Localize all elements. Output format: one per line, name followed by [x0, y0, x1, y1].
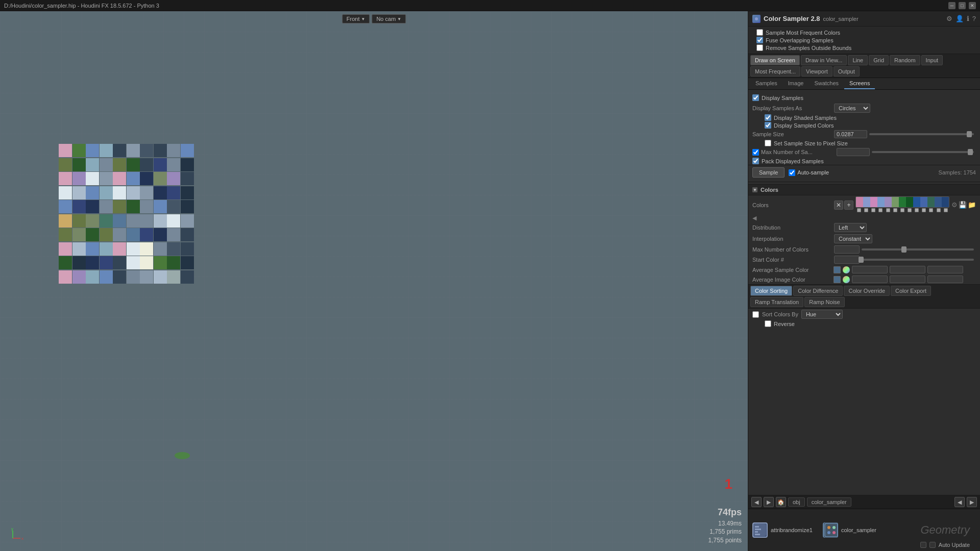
display-samples-checkbox[interactable] — [752, 94, 759, 101]
view-front-button[interactable]: Front ▼ — [342, 14, 370, 23]
colors-section-title: Colors — [761, 187, 778, 193]
user-icon[interactable]: 👤 — [955, 15, 964, 22]
camera-button[interactable]: No cam ▼ — [372, 14, 406, 23]
avg-image-color-swatch[interactable] — [834, 276, 841, 283]
set-sample-size-checkbox[interactable] — [765, 140, 771, 146]
home-button[interactable]: 🏠 — [776, 497, 786, 507]
avg-sample-color-swatch[interactable] — [834, 266, 841, 273]
tab-viewport[interactable]: Viewport — [801, 66, 832, 77]
max-samples-checkbox[interactable] — [752, 149, 759, 156]
remove-color-btn[interactable]: ✕ — [834, 201, 843, 210]
avg-image-b[interactable]: 0.404255 — [927, 276, 963, 283]
ramp-stop[interactable] — [864, 208, 868, 212]
fuse-overlapping-checkbox[interactable] — [756, 37, 763, 43]
ramp-stop[interactable] — [929, 208, 933, 212]
settings-icon[interactable]: ⚙ — [951, 201, 958, 209]
gear-icon[interactable]: ⚙ — [946, 15, 952, 22]
color-ramp[interactable] — [855, 196, 949, 208]
close-button[interactable]: ✕ — [969, 2, 976, 9]
nav-left-icon[interactable]: ◀ — [954, 497, 965, 507]
sample-size-input[interactable] — [834, 130, 867, 138]
node-color-sampler[interactable]: color_sampler — [823, 522, 876, 538]
sort-colors-select[interactable]: Hue Saturation Value — [801, 310, 843, 319]
display-shaded-checkbox[interactable] — [765, 114, 771, 121]
tab-random[interactable]: Random — [890, 55, 920, 65]
avg-image-g[interactable]: 0.306572 — [890, 276, 925, 283]
ramp-stop[interactable] — [878, 208, 883, 212]
add-color-btn[interactable]: + — [844, 201, 853, 210]
tab-draw-in-view[interactable]: Draw in View... — [801, 55, 847, 65]
tab-most-frequent[interactable]: Most Frequent... — [750, 66, 800, 77]
tab-line[interactable]: Line — [848, 55, 868, 65]
ramp-stop[interactable] — [857, 208, 861, 212]
tab-draw-on-screen[interactable]: Draw on Screen — [750, 55, 800, 65]
subtab-samples[interactable]: Samples — [750, 78, 782, 89]
reverse-checkbox[interactable] — [765, 320, 771, 327]
collapse-btn[interactable]: ▼ — [752, 187, 757, 192]
avg-image-r[interactable]: 0.28393 — [852, 276, 888, 283]
max-samples-input[interactable]: 1000000 — [837, 148, 870, 156]
auto-update-label[interactable]: Auto Update — [939, 542, 970, 548]
swatch-cell — [86, 214, 99, 228]
node-attribrandomize[interactable]: attribrandomize1 — [752, 522, 813, 538]
interpolation-select[interactable]: Constant Linear — [834, 234, 872, 243]
subtab-swatches[interactable]: Swatches — [809, 78, 844, 89]
path-obj[interactable]: obj — [788, 497, 805, 507]
tab-input[interactable]: Input — [921, 55, 943, 65]
tab-grid[interactable]: Grid — [869, 55, 889, 65]
tab-ramp-noise[interactable]: Ramp Noise — [804, 297, 845, 307]
load-ramp-icon[interactable]: 📁 — [968, 201, 976, 209]
max-colors-label: Max Number of Colors — [752, 246, 834, 253]
maximize-button[interactable]: □ — [959, 2, 966, 9]
minimize-button[interactable]: ─ — [948, 2, 955, 9]
ramp-stop[interactable] — [900, 208, 904, 212]
pack-displayed-checkbox[interactable] — [752, 158, 759, 164]
avg-sample-g[interactable]: 0.306588 — [890, 266, 925, 273]
help-icon[interactable]: ? — [972, 15, 976, 22]
tab-color-sorting[interactable]: Color Sorting — [750, 286, 792, 296]
avg-image-color-label: Average Image Color — [752, 277, 831, 283]
nav-right-icon[interactable]: ▶ — [967, 497, 977, 507]
avg-sample-b[interactable]: 0.40658 — [927, 266, 963, 273]
ramp-stop[interactable] — [893, 208, 897, 212]
info-icon[interactable]: ℹ — [967, 15, 969, 22]
tab-ramp-translation[interactable]: Ramp Translation — [750, 297, 803, 307]
subtab-image[interactable]: Image — [783, 78, 809, 89]
ramp-stop[interactable] — [886, 208, 890, 212]
sort-colors-checkbox[interactable] — [752, 311, 759, 318]
display-samples-as-select[interactable]: Circles Squares — [834, 104, 870, 113]
save-ramp-icon[interactable]: 💾 — [959, 201, 967, 209]
sample-button[interactable]: Sample — [752, 167, 785, 178]
distribution-select[interactable]: Left Center Right — [834, 223, 867, 232]
remove-outside-checkbox[interactable] — [756, 44, 763, 51]
ramp-stop[interactable] — [871, 208, 875, 212]
tab-color-export[interactable]: Color Export — [891, 286, 931, 296]
view-icon[interactable] — [929, 542, 936, 548]
ramp-stop[interactable] — [908, 208, 912, 212]
max-colors-input[interactable]: 17 — [834, 245, 860, 254]
tab-color-difference[interactable]: Color Difference — [793, 286, 843, 296]
display-sampled-colors-checkbox[interactable] — [765, 122, 771, 129]
avg-sample-color-picker[interactable] — [843, 266, 850, 273]
start-color-slider[interactable] — [862, 259, 974, 261]
start-color-input[interactable]: 0 — [834, 256, 860, 264]
ramp-left-arrow[interactable]: ◀ — [752, 215, 756, 221]
subtab-screens[interactable]: Screens — [844, 78, 875, 89]
ramp-stop[interactable] — [922, 208, 926, 212]
avg-image-color-picker[interactable] — [843, 276, 850, 283]
chat-icon[interactable] — [920, 542, 926, 548]
avg-sample-r[interactable]: 0.28375 — [852, 266, 888, 273]
back-button[interactable]: ◀ — [751, 497, 762, 507]
ramp-stop[interactable] — [915, 208, 919, 212]
ramp-stop[interactable] — [937, 208, 941, 212]
path-node[interactable]: color_sampler — [807, 497, 851, 507]
tab-color-override[interactable]: Color Override — [844, 286, 890, 296]
max-samples-slider[interactable] — [872, 151, 974, 153]
tab-output[interactable]: Output — [834, 66, 860, 77]
forward-button[interactable]: ▶ — [764, 497, 774, 507]
max-colors-slider[interactable] — [862, 248, 974, 251]
sample-most-frequent-checkbox[interactable] — [756, 29, 763, 36]
sample-size-slider[interactable] — [869, 133, 974, 135]
ramp-stop[interactable] — [944, 208, 948, 212]
auto-sample-checkbox[interactable] — [789, 169, 795, 176]
